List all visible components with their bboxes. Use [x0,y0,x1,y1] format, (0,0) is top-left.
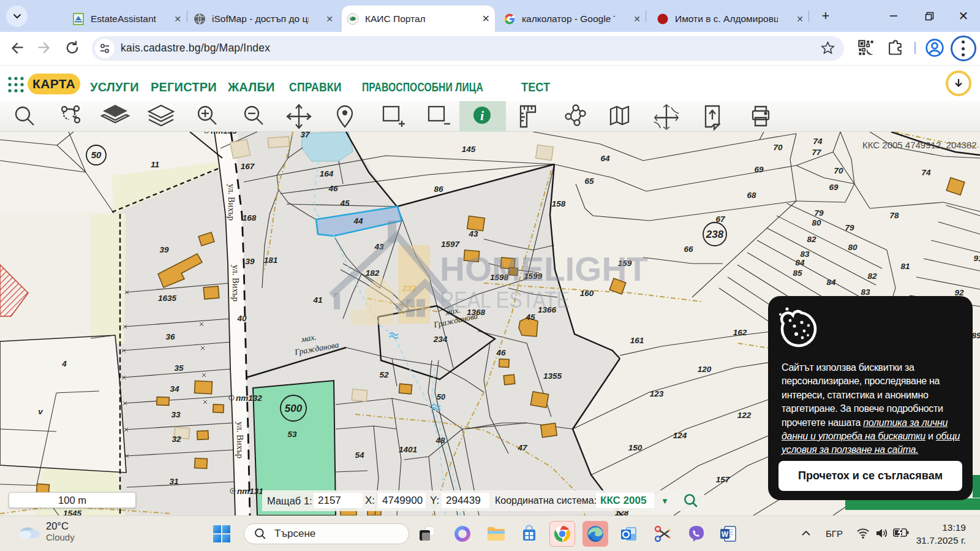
svg-text:43: 43 [468,229,478,238]
svg-text:пт131: пт131 [237,487,263,496]
svg-text:50: 50 [437,393,445,401]
svg-text:83: 83 [861,287,870,297]
svg-text:пт133: пт133 [211,132,237,135]
svg-text:182: 182 [366,268,380,278]
svg-text:45: 45 [339,199,350,208]
svg-text:45: 45 [525,313,535,322]
svg-text:1355: 1355 [543,371,562,381]
svg-text:79: 79 [814,208,824,218]
svg-text:ул. Вихър: ул. Вихър [235,422,245,458]
svg-text:4: 4 [61,359,67,368]
svg-text:ул. Вихър: ул. Вихър [227,184,236,221]
svg-text:70: 70 [773,143,783,152]
svg-text:80: 80 [812,218,821,227]
svg-text:83: 83 [800,249,810,259]
svg-text:39: 39 [245,257,255,266]
svg-text:ул. Вихър: ул. Вихър [231,265,241,302]
svg-text:234: 234 [433,335,448,344]
svg-text:74: 74 [921,168,931,177]
svg-text:32: 32 [172,435,181,444]
svg-text:77: 77 [812,148,822,157]
svg-text:69: 69 [754,165,764,174]
svg-text:41: 41 [312,295,322,305]
svg-text:33: 33 [171,410,181,419]
svg-text:39: 39 [159,245,169,254]
svg-text:70: 70 [834,166,843,175]
svg-text:47: 47 [517,443,528,452]
svg-text:i: i [480,108,484,123]
svg-text:W: W [722,530,729,539]
svg-text:122: 122 [737,411,752,420]
svg-text:80: 80 [848,243,858,252]
svg-text:52: 52 [379,370,389,379]
svg-text:500: 500 [285,403,303,414]
svg-text:68: 68 [747,191,756,200]
svg-text:65: 65 [584,177,594,186]
svg-text:66: 66 [684,245,693,254]
svg-text:REAL ESTATE: REAL ESTATE [440,287,570,313]
svg-text:85: 85 [793,268,802,278]
svg-text:67: 67 [715,215,726,224]
svg-text:11: 11 [151,160,159,169]
svg-text:64: 64 [600,154,610,163]
svg-text:40: 40 [236,314,247,323]
svg-text:160: 160 [580,289,594,298]
svg-text:86: 86 [434,184,443,194]
svg-text:37: 37 [300,132,311,139]
svg-text:89: 89 [971,331,980,340]
svg-text:181: 181 [264,256,278,265]
svg-text:238: 238 [706,229,724,240]
svg-text:48: 48 [435,436,445,445]
svg-text:91: 91 [973,254,980,263]
svg-text:46: 46 [496,348,506,357]
svg-text:пт132: пт132 [236,393,262,403]
svg-text:123: 123 [650,389,664,398]
svg-text:31: 31 [169,477,178,486]
svg-text:34: 34 [170,384,179,393]
svg-text:161: 161 [630,336,644,345]
svg-text:ККС 2005 4749912, 204382: ККС 2005 4749912, 204382 [862,140,977,150]
svg-text:79: 79 [845,223,854,232]
svg-text:145: 145 [462,145,476,154]
svg-text:168: 168 [243,213,257,222]
svg-text:157: 157 [716,475,731,484]
svg-text:81: 81 [900,262,910,271]
svg-text:1597: 1597 [441,240,461,249]
svg-text:1545: 1545 [63,509,82,515]
svg-text:53: 53 [287,430,297,439]
svg-text:167: 167 [241,162,255,171]
svg-text:HOMELIGHT: HOMELIGHT [440,249,648,288]
svg-text:82: 82 [867,272,877,281]
svg-text:35: 35 [174,363,184,373]
svg-text:78: 78 [889,211,899,220]
svg-text:164: 164 [320,169,334,178]
svg-text:84: 84 [826,278,836,287]
svg-text:50: 50 [91,150,102,160]
svg-text:158: 158 [552,199,566,208]
svg-text:46: 46 [328,184,338,193]
svg-text:54: 54 [355,450,364,460]
svg-text:1401: 1401 [399,445,417,454]
svg-text:1635: 1635 [158,294,177,303]
svg-text:124: 124 [673,431,687,440]
svg-text:82: 82 [807,235,816,244]
svg-text:150: 150 [628,443,643,452]
svg-text:84: 84 [795,258,805,267]
svg-text:44: 44 [353,216,363,226]
svg-text:74: 74 [813,137,823,146]
svg-text:69: 69 [829,183,839,192]
svg-text:162: 162 [733,328,747,337]
svg-text:120: 120 [698,365,712,374]
svg-text:36: 36 [165,332,175,341]
